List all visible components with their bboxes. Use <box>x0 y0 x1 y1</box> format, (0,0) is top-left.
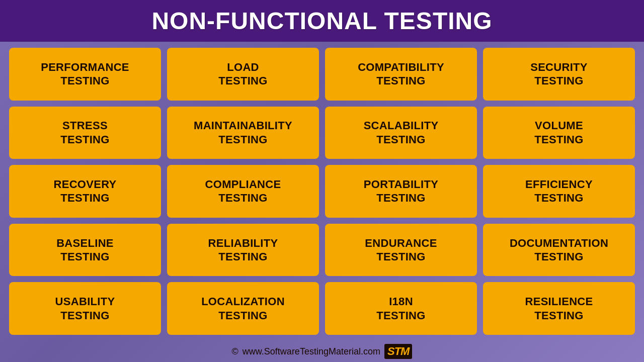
recovery-testing-card[interactable]: RECOVERYTESTING <box>9 165 161 218</box>
maintainability-testing-label: MAINTAINABILITYTESTING <box>194 119 292 146</box>
security-testing-card[interactable]: SECURITYTESTING <box>483 48 635 101</box>
localization-testing-label: LOCALIZATIONTESTING <box>201 295 285 322</box>
volume-testing-label: VOLUMETESTING <box>534 119 583 146</box>
portability-testing-card[interactable]: PORTABILITYTESTING <box>325 165 477 218</box>
volume-testing-card[interactable]: VOLUMETESTING <box>483 107 635 159</box>
portability-testing-label: PORTABILITYTESTING <box>364 177 438 205</box>
security-testing-label: SECURITYTESTING <box>530 60 588 88</box>
usability-testing-card[interactable]: USABILITYTESTING <box>9 282 161 335</box>
efficiency-testing-label: EFFICIENCYTESTING <box>525 177 593 205</box>
endurance-testing-card[interactable]: ENDURANCETESTING <box>325 224 477 277</box>
maintainability-testing-card[interactable]: MAINTAINABILITYTESTING <box>167 107 319 159</box>
baseline-testing-card[interactable]: BASELINETESTING <box>9 224 161 277</box>
reliability-testing-card[interactable]: RELIABILITYTESTING <box>167 224 319 277</box>
brand-logo: STM <box>384 344 412 359</box>
performance-testing-label: PERFORMANCETESTING <box>41 60 129 88</box>
scalability-testing-label: SCALABILITYTESTING <box>364 119 439 146</box>
reliability-testing-label: RELIABILITYTESTING <box>208 236 278 264</box>
endurance-testing-label: ENDURANCETESTING <box>365 236 437 264</box>
recovery-testing-label: RECOVERYTESTING <box>53 177 116 205</box>
compatibility-testing-card[interactable]: COMPATIBILITYTESTING <box>325 48 477 101</box>
usability-testing-label: USABILITYTESTING <box>55 295 115 322</box>
resilience-testing-card[interactable]: RESILIENCETESTING <box>483 282 635 335</box>
compliance-testing-label: COMPLIANCETESTING <box>205 177 281 205</box>
page-title: NON-FUNCTIONAL TESTING <box>10 7 634 35</box>
i18n-testing-card[interactable]: I18NTESTING <box>325 282 477 335</box>
website-url: www.SoftwareTestingMaterial.com <box>243 346 380 357</box>
load-testing-label: LOADTESTING <box>218 60 267 88</box>
performance-testing-card[interactable]: PERFORMANCETESTING <box>9 48 161 101</box>
page-header: NON-FUNCTIONAL TESTING <box>0 0 644 42</box>
resilience-testing-label: RESILIENCETESTING <box>525 295 593 322</box>
compliance-testing-card[interactable]: COMPLIANCETESTING <box>167 165 319 218</box>
load-testing-card[interactable]: LOADTESTING <box>167 48 319 101</box>
stress-testing-card[interactable]: STRESSTESTING <box>9 107 161 159</box>
efficiency-testing-card[interactable]: EFFICIENCYTESTING <box>483 165 635 218</box>
documentation-testing-label: DOCUMENTATIONTESTING <box>510 236 608 264</box>
documentation-testing-card[interactable]: DOCUMENTATIONTESTING <box>483 224 635 277</box>
page-footer: © www.SoftwareTestingMaterial.com STM <box>0 341 644 362</box>
baseline-testing-label: BASELINETESTING <box>56 236 114 264</box>
scalability-testing-card[interactable]: SCALABILITYTESTING <box>325 107 477 159</box>
testing-grid: PERFORMANCETESTINGLOADTESTINGCOMPATIBILI… <box>0 42 644 341</box>
copyright-symbol: © <box>232 346 238 357</box>
compatibility-testing-label: COMPATIBILITYTESTING <box>358 60 444 88</box>
i18n-testing-label: I18NTESTING <box>376 295 425 322</box>
localization-testing-card[interactable]: LOCALIZATIONTESTING <box>167 282 319 335</box>
stress-testing-label: STRESSTESTING <box>60 119 109 146</box>
